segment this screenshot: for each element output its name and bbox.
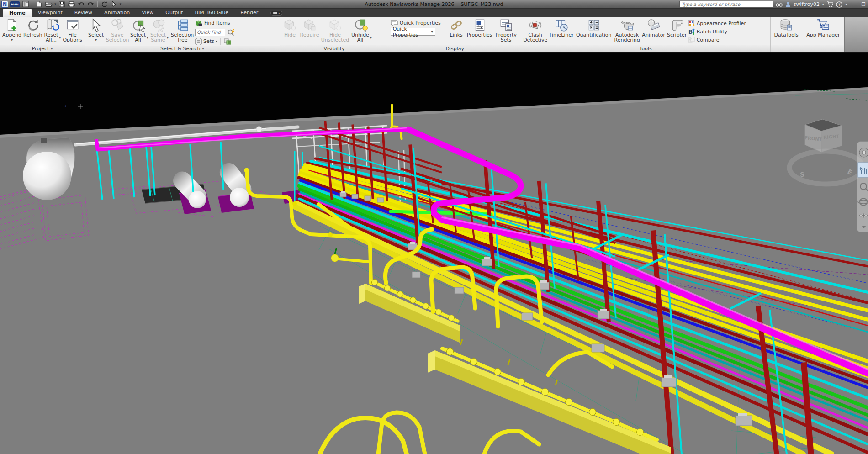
append-button[interactable]: Append▾ bbox=[1, 18, 22, 43]
panel-label-visibility[interactable]: Visibility bbox=[280, 45, 389, 52]
links-icon bbox=[450, 18, 463, 32]
search-binoculars-icon[interactable] bbox=[776, 1, 783, 7]
print-icon[interactable] bbox=[68, 1, 75, 8]
app-manager-icon bbox=[816, 18, 830, 32]
save-selection-button[interactable]: Save Selection bbox=[106, 18, 129, 43]
redo-icon[interactable] bbox=[87, 1, 95, 8]
animator-button[interactable]: Animator bbox=[641, 18, 666, 38]
ribbon-options-toggle[interactable]: ▾ bbox=[270, 11, 282, 16]
batch-utility-button[interactable]: B Batch Utility bbox=[688, 27, 746, 36]
panel-label-tools[interactable]: Tools bbox=[521, 45, 770, 52]
panel-app-manager: App Manager bbox=[802, 17, 844, 52]
file-options-button[interactable]: File Options bbox=[62, 18, 83, 43]
panel-datatools: DataTools bbox=[771, 17, 803, 52]
hide-unselected-button[interactable]: Hide Unselected bbox=[321, 18, 350, 43]
restore-button[interactable]: ❐ bbox=[860, 2, 867, 7]
properties-button[interactable]: Properties bbox=[466, 18, 494, 38]
app-manager-button[interactable]: App Manager bbox=[804, 18, 842, 38]
panel-label-display[interactable]: Display bbox=[389, 45, 521, 52]
require-button[interactable]: Require bbox=[299, 18, 321, 38]
navisworks-logo-icon[interactable]: N bbox=[1, 1, 8, 8]
user-icon[interactable] bbox=[785, 1, 791, 7]
viewcube-south-label: S bbox=[800, 171, 804, 178]
select-cursor-small-icon[interactable] bbox=[110, 1, 118, 8]
undo-icon[interactable] bbox=[77, 1, 85, 8]
tab-animation[interactable]: Animation bbox=[98, 9, 136, 17]
quick-properties-icon bbox=[391, 20, 398, 26]
steering-wheel-icon[interactable] bbox=[859, 148, 868, 157]
pan-hand-tool[interactable] bbox=[858, 163, 868, 177]
quantification-button[interactable]: Quantification bbox=[575, 18, 613, 38]
tab-viewpoint[interactable]: Viewpoint bbox=[32, 9, 69, 17]
unhide-all-icon bbox=[355, 18, 369, 32]
minimize-button[interactable]: — bbox=[850, 2, 857, 7]
hide-unselected-icon bbox=[328, 18, 342, 32]
manage-sets-button[interactable] bbox=[223, 38, 232, 45]
help-icon[interactable]: ? bbox=[836, 1, 842, 8]
tab-output[interactable]: Output bbox=[159, 9, 189, 17]
quick-properties-combobox[interactable]: Quick Properties▾ bbox=[391, 28, 435, 36]
tab-render[interactable]: Render bbox=[234, 9, 264, 17]
reset-all-button[interactable]: Reset All...▾ bbox=[43, 18, 62, 43]
manage-badge: MAN bbox=[10, 1, 20, 7]
panel-display: Quick Properties Quick Properties▾ Links… bbox=[389, 17, 521, 52]
ribbon-empty-area bbox=[844, 17, 868, 52]
signed-in-username[interactable]: swiftroy02 bbox=[794, 1, 820, 7]
autodesk-rendering-button[interactable]: Autodesk Rendering bbox=[613, 18, 641, 43]
sets-dropdown[interactable]: Sets▾ bbox=[195, 38, 217, 45]
panel-label-app-manager bbox=[802, 45, 844, 52]
app-store-cart-icon[interactable] bbox=[826, 1, 833, 7]
select-all-button[interactable]: Select All▾ bbox=[129, 18, 149, 43]
quantification-icon bbox=[587, 18, 601, 32]
user-dropdown-caret[interactable]: ▾ bbox=[822, 3, 824, 6]
selection-tree-button[interactable]: Selection Tree bbox=[169, 18, 195, 43]
panel-project: Append▾ Refresh Reset All...▾ File Optio… bbox=[0, 17, 85, 52]
scripter-button[interactable]: Scripter bbox=[666, 18, 688, 38]
select-button[interactable]: Select▾ bbox=[86, 18, 106, 43]
unhide-all-button[interactable]: Unhide All▾ bbox=[350, 18, 374, 43]
compare-button[interactable]: Compare bbox=[688, 36, 746, 44]
refresh-icon bbox=[26, 18, 40, 32]
datatools-button[interactable]: DataTools bbox=[773, 18, 800, 38]
property-sets-button[interactable]: Property Sets bbox=[494, 18, 519, 43]
app-title-text: Autodesk Navisworks Manage 2026 bbox=[365, 1, 454, 7]
quick-find-button[interactable] bbox=[227, 29, 235, 36]
application-menu-icon[interactable] bbox=[21, 1, 29, 8]
qat-customize-caret[interactable]: ▾ bbox=[120, 2, 122, 6]
help-dropdown-caret[interactable]: ▾ bbox=[845, 3, 847, 6]
find-items-button[interactable]: Find Items bbox=[195, 19, 243, 27]
scripter-icon bbox=[670, 18, 684, 32]
quick-find-input[interactable] bbox=[195, 29, 225, 36]
tab-review[interactable]: Review bbox=[69, 9, 98, 17]
compare-icon bbox=[688, 37, 695, 43]
clash-detective-button[interactable]: Clash Detective bbox=[523, 18, 548, 43]
qat-separator bbox=[97, 1, 98, 7]
appearance-profiler-button[interactable]: Appearance Profiler bbox=[688, 19, 746, 27]
open-file-icon[interactable] bbox=[45, 1, 53, 8]
timeliner-icon bbox=[555, 18, 568, 32]
new-file-icon[interactable] bbox=[35, 1, 43, 8]
quick-access-toolbar: N MAN ▾ bbox=[0, 1, 121, 8]
tab-bim360glue[interactable]: BIM 360 Glue bbox=[189, 9, 235, 17]
timeliner-button[interactable]: TimeLiner bbox=[548, 18, 575, 38]
panel-select-search: Select▾ Save Selection Select All▾ Selec… bbox=[85, 17, 280, 52]
append-icon bbox=[5, 18, 19, 32]
links-button[interactable]: Links bbox=[447, 18, 466, 38]
tab-home[interactable]: Home bbox=[3, 9, 32, 17]
panel-tools: Clash Detective TimeLiner Quantification… bbox=[521, 17, 771, 52]
viewport-3d[interactable]: FRONT RIGHT S E N bbox=[0, 53, 868, 454]
select-same-button[interactable]: Select Same▾ bbox=[149, 18, 169, 43]
refresh-button[interactable]: Refresh bbox=[22, 18, 43, 38]
properties-icon bbox=[473, 18, 487, 32]
panel-label-select-search[interactable]: Select & Search▾ bbox=[85, 46, 280, 52]
save-icon[interactable] bbox=[58, 1, 66, 8]
save-selection-icon bbox=[111, 18, 124, 32]
panel-label-project[interactable]: Project▾ bbox=[0, 45, 85, 52]
keyword-search-input[interactable] bbox=[679, 1, 773, 8]
navigation-bar[interactable] bbox=[857, 142, 868, 232]
hide-button[interactable]: Hide bbox=[281, 18, 299, 38]
reset-all-icon bbox=[46, 18, 59, 32]
refresh-small-icon[interactable] bbox=[101, 1, 108, 8]
open-dropdown-caret[interactable]: ▾ bbox=[54, 2, 56, 6]
tab-view[interactable]: View bbox=[136, 9, 159, 17]
